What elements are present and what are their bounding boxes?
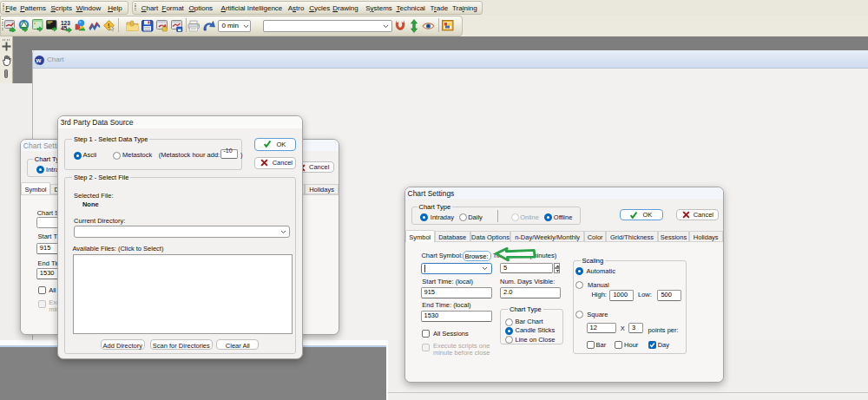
svg-text:!: ! [108,23,109,29]
svg-text:w: w [36,56,42,64]
